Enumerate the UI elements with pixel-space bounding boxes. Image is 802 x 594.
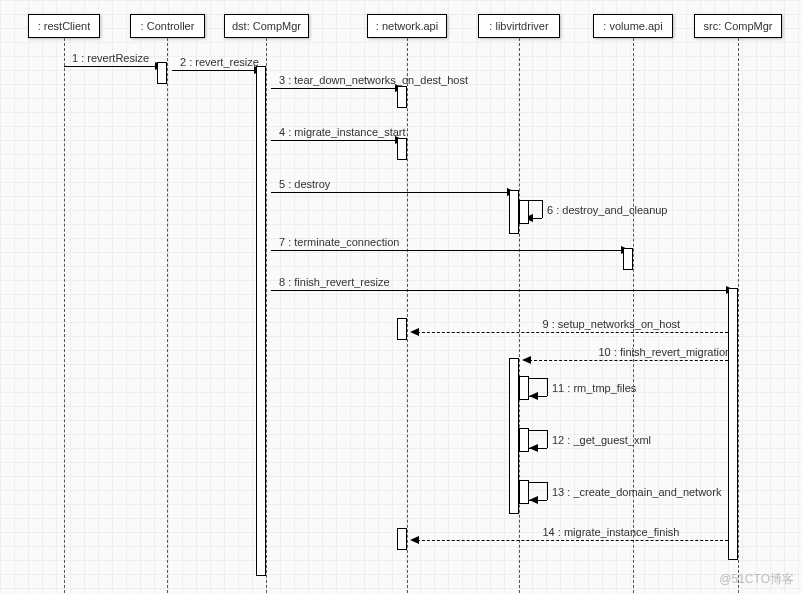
lifeline-0 xyxy=(64,38,65,594)
watermark: @51CTO博客 xyxy=(719,571,794,588)
activation-9 xyxy=(509,358,519,514)
participant-6: src: CompMgr xyxy=(694,14,782,38)
msg-2 xyxy=(172,70,261,71)
lifeline-4 xyxy=(519,38,520,594)
activation-1 xyxy=(256,66,266,576)
msg-14 xyxy=(412,540,733,541)
lifeline-3 xyxy=(407,38,408,594)
msg-label-14: 14 : migrate_instance_finish xyxy=(543,526,680,538)
msg-label-1: 1 : revertResize xyxy=(72,52,149,64)
msg-7 xyxy=(271,250,628,251)
msg-10 xyxy=(524,360,733,361)
participant-0: : restClient xyxy=(28,14,100,38)
activation-5 xyxy=(519,200,529,224)
msg-label-6: 6 : destroy_and_cleanup xyxy=(547,204,667,216)
msg-label-13: 13 : _create_domain_and_network xyxy=(552,486,721,498)
participant-1: : Controller xyxy=(130,14,205,38)
lifeline-6 xyxy=(738,38,739,594)
activation-6 xyxy=(623,248,633,270)
participant-5: : volume.api xyxy=(593,14,673,38)
activation-7 xyxy=(728,288,738,560)
msg-4 xyxy=(271,140,402,141)
msg-9 xyxy=(412,332,733,333)
activation-4 xyxy=(509,190,519,234)
activation-8 xyxy=(397,318,407,340)
msg-label-10: 10 : finish_revert_migration xyxy=(599,346,732,358)
activation-13 xyxy=(397,528,407,550)
msg-5 xyxy=(271,192,514,193)
activation-3 xyxy=(397,138,407,160)
msg-label-5: 5 : destroy xyxy=(279,178,330,190)
msg-label-4: 4 : migrate_instance_start xyxy=(279,126,406,138)
activation-12 xyxy=(519,480,529,504)
participant-2: dst: CompMgr xyxy=(224,14,309,38)
msg-8 xyxy=(271,290,733,291)
activation-11 xyxy=(519,428,529,452)
msg-label-11: 11 : rm_tmp_files xyxy=(552,382,636,394)
activation-2 xyxy=(397,86,407,108)
msg-label-8: 8 : finish_revert_resize xyxy=(279,276,390,288)
lifeline-5 xyxy=(633,38,634,594)
lifeline-2 xyxy=(266,38,267,594)
participant-4: : libvirtdriver xyxy=(478,14,560,38)
msg-label-9: 9 : setup_networks_on_host xyxy=(543,318,681,330)
msg-label-3: 3 : tear_down_networks_on_dest_host xyxy=(279,74,468,86)
activation-0 xyxy=(157,62,167,84)
lifeline-1 xyxy=(167,38,168,594)
msg-3 xyxy=(271,88,402,89)
msg-label-2: 2 : revert_resize xyxy=(180,56,259,68)
msg-label-12: 12 : _get_guest_xml xyxy=(552,434,651,446)
msg-1 xyxy=(64,66,162,67)
participant-3: : network.api xyxy=(367,14,447,38)
msg-label-7: 7 : terminate_connection xyxy=(279,236,399,248)
activation-10 xyxy=(519,376,529,400)
